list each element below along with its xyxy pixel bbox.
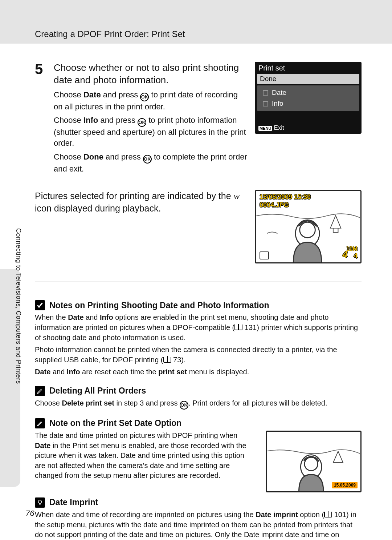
pencil-icon — [35, 386, 45, 396]
playback-indicator-row: Pictures selected for printing are indic… — [35, 190, 362, 263]
playback-screen: 15/05/2009 15:30 0004.JPG 4 10M 4 — [255, 190, 362, 263]
pb-size-badge: 10M — [346, 246, 358, 252]
notes-date-imprint: Date Imprint When date and time of recor… — [35, 497, 362, 540]
notes4-title: Date Imprint — [49, 497, 98, 507]
lcd-title: Print set — [255, 62, 362, 73]
print-order-icon — [260, 251, 269, 259]
lcd-item-info[interactable]: Info — [260, 98, 356, 109]
notes-shooting-date: Notes on Printing Shooting Date and Phot… — [35, 300, 362, 377]
pb-total: 4 — [354, 252, 358, 260]
svg-point-3 — [305, 457, 318, 471]
print-mark-icon: w — [234, 191, 240, 201]
bulb-icon — [35, 497, 45, 508]
step-number: 5 — [35, 62, 47, 177]
lcd-exit-hint: MENUExit — [258, 124, 284, 132]
lcd-item-done[interactable]: Done — [257, 74, 359, 84]
date-imprint-illustration: 15.05.2009 — [266, 431, 362, 492]
ok-icon: OK — [180, 401, 188, 410]
page-number: 76 — [25, 509, 34, 518]
notes-date-option: Note on the Print Set Date Option The da… — [35, 418, 362, 492]
notes3-title: Note on the Print Set Date Option — [49, 418, 181, 428]
manual-ref-icon — [234, 325, 242, 330]
section-title: Creating a DPOF Print Order: Print Set — [35, 29, 185, 39]
lcd-print-set-menu: Print set Done Date Info MENUExit — [255, 62, 362, 134]
manual-ref-icon — [163, 357, 171, 363]
checkbox-icon — [263, 101, 268, 106]
lcd-item-date[interactable]: Date — [260, 88, 356, 98]
manual-ref-icon — [324, 512, 332, 517]
notes1-title: Notes on Printing Shooting Date and Phot… — [49, 301, 269, 310]
pencil-icon — [35, 418, 45, 428]
check-icon — [35, 300, 45, 310]
step-para-info: Choose Info and press OK to print photo … — [54, 115, 248, 148]
notes2-title: Deleting All Print Orders — [49, 386, 146, 396]
step-5: 5 Choose whether or not to also print sh… — [35, 62, 362, 177]
svg-point-1 — [300, 222, 315, 238]
menu-badge-icon: MENU — [258, 126, 272, 131]
divider — [35, 282, 362, 282]
notes1-p3: Date and Info are reset each time the pr… — [35, 367, 362, 377]
ok-icon: OK — [138, 118, 146, 127]
step-para-done: Choose Done and press OK to complete the… — [54, 152, 248, 174]
imprinted-date: 15.05.2009 — [332, 482, 358, 488]
notes1-p1: When the Date and Info options are enabl… — [35, 313, 362, 343]
ok-icon: OK — [143, 155, 152, 164]
notes4-p: When date and time of recording are impr… — [35, 510, 362, 540]
notes-delete-orders: Deleting All Print Orders Choose Delete … — [35, 386, 362, 410]
notes1-p2: Photo information cannot be printed when… — [35, 345, 362, 365]
step-para-date: Choose Date and press OK to print date o… — [54, 89, 248, 112]
notes3-p: The date and time printed on pictures wi… — [35, 431, 255, 481]
svg-point-4 — [38, 500, 42, 503]
section-header: Creating a DPOF Print Order: Print Set — [0, 0, 392, 44]
ok-icon: OK — [140, 93, 149, 101]
side-tab-label: Connecting to Televisions, Computers and… — [15, 228, 22, 384]
step-title: Choose whether or not to also print shoo… — [54, 62, 248, 86]
checkbox-icon — [263, 90, 268, 96]
notes2-p: Choose Delete print set in step 3 and pr… — [35, 398, 362, 410]
